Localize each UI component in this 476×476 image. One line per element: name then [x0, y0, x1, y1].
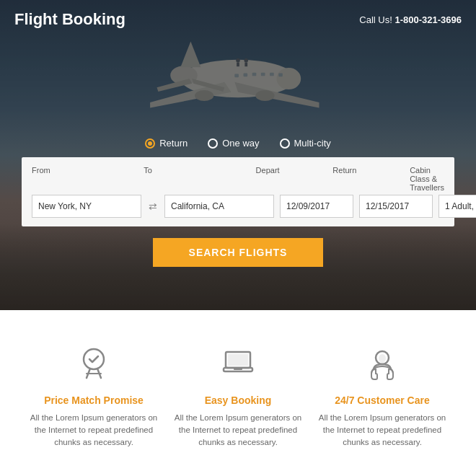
hero-section: Flight Booking Call Us! 1-800-321-3696 R…: [0, 0, 476, 310]
trip-type-selector: Return One way Multi-city: [22, 138, 454, 149]
to-input[interactable]: [164, 195, 274, 218]
depart-label: Depart: [256, 166, 333, 192]
search-btn-row: SEARCH FLIGHTS: [22, 238, 454, 267]
price-match-title: Price Match Promise: [29, 395, 159, 406]
features-section: Price Match Promise All the Lorem Ipsum …: [0, 310, 476, 476]
svg-rect-27: [234, 368, 242, 370]
customer-care-text: All the Lorem Ipsum generators on the In…: [317, 412, 447, 449]
call-label: Call Us!: [359, 14, 392, 25]
feature-price-match: Price Match Promise All the Lorem Ipsum …: [29, 345, 159, 449]
svg-rect-25: [228, 354, 248, 366]
feature-easy-booking: Easy Booking All the Lorem Ipsum generat…: [173, 345, 303, 449]
price-match-text: All the Lorem Ipsum generators on the In…: [29, 412, 159, 449]
easy-booking-title: Easy Booking: [173, 395, 303, 406]
one-way-label: One way: [222, 138, 259, 149]
customer-care-title: 24/7 Customer Care: [317, 395, 447, 406]
return-radio[interactable]: [145, 138, 155, 149]
form-fields: From To Depart Return Cabin Class & Trav…: [22, 157, 454, 226]
search-button[interactable]: SEARCH FLIGHTS: [153, 238, 324, 267]
site-title: Flight Booking: [14, 10, 125, 29]
phone-display: Call Us! 1-800-321-3696: [359, 14, 462, 25]
multi-city-radio[interactable]: [280, 138, 290, 149]
field-labels: From To Depart Return Cabin Class & Trav…: [32, 166, 444, 192]
svg-point-29: [379, 354, 386, 363]
cabin-label: Cabin Class & Travellers: [410, 166, 444, 192]
return-label: Return: [332, 166, 410, 192]
multi-city-label: Multi-city: [294, 138, 331, 149]
feature-customer-care: 24/7 Customer Care All the Lorem Ipsum g…: [317, 345, 447, 449]
return-input[interactable]: [359, 195, 433, 218]
header: Flight Booking Call Us! 1-800-321-3696: [0, 0, 476, 39]
phone-number: 1-800-321-3696: [395, 14, 462, 25]
svg-point-20: [84, 349, 104, 369]
multi-city-option[interactable]: Multi-city: [280, 138, 331, 149]
laptop-icon: [173, 345, 303, 387]
search-form-container: Return One way Multi-city From To Depart…: [22, 138, 454, 267]
cabin-select[interactable]: 1 Adult, Economy 1 Adult, Business 2 Adu…: [438, 195, 476, 218]
depart-input[interactable]: [280, 195, 353, 218]
return-label: Return: [159, 138, 188, 149]
field-inputs: ⇄ 1 Adult, Economy 1 Adult, Business 2 A…: [32, 195, 444, 218]
from-label: From: [32, 166, 144, 192]
from-input[interactable]: [32, 195, 141, 218]
easy-booking-text: All the Lorem Ipsum generators on the In…: [173, 412, 303, 449]
award-icon: [29, 345, 159, 387]
headset-icon: [317, 345, 447, 387]
return-option[interactable]: Return: [145, 138, 188, 149]
one-way-radio[interactable]: [208, 138, 218, 149]
swap-icon[interactable]: ⇄: [149, 200, 157, 212]
to-label: To: [144, 166, 255, 192]
one-way-option[interactable]: One way: [208, 138, 259, 149]
